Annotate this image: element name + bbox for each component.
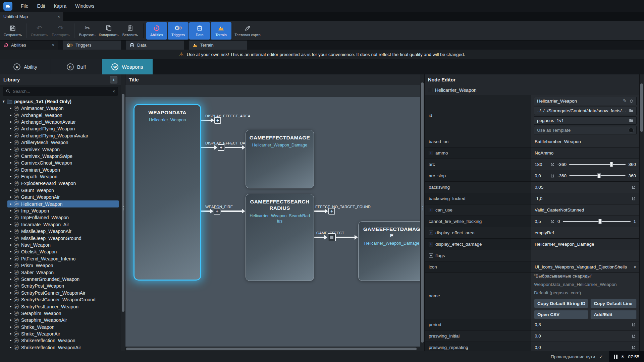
slider-track[interactable] (569, 164, 626, 165)
toolbar-button-paste[interactable]: Вставить (120, 22, 141, 40)
library-item[interactable]: WSaber_Weapon (7, 269, 119, 276)
connector-box[interactable] (328, 233, 336, 241)
library-item[interactable]: WSentryPostGunner_WeaponGround (7, 296, 119, 303)
linkarrow-icon[interactable] (550, 162, 555, 167)
menu-item-windows[interactable]: Windows (71, 2, 99, 10)
panel-tab-triggers[interactable]: ⚙⚙Triggers (63, 41, 121, 50)
library-item[interactable]: WMissileJeep_WeaponGround (7, 235, 119, 241)
toolbar-button-redo[interactable]: ↷Повторить (50, 22, 71, 40)
library-item[interactable]: WArtilleryMech_Weapon (7, 139, 119, 146)
slider-handle[interactable] (610, 162, 613, 167)
library-item[interactable]: WSentryPostLancer_Weapon (7, 303, 119, 310)
library-item[interactable]: WShrikeReflection_Weapon (7, 337, 119, 344)
search-box[interactable]: × (3, 87, 118, 96)
folder-icon[interactable] (629, 118, 634, 123)
toolbar-button-copy[interactable]: Копировать (98, 22, 119, 40)
library-item[interactable]: WSeraphim_Weapon (7, 310, 119, 317)
copy-default-line-button[interactable]: Copy Default Line (590, 299, 637, 308)
connector-box[interactable]: + (214, 117, 221, 124)
library-item[interactable]: WImpEnflamed_Weapon (7, 214, 119, 221)
node-canvas[interactable]: DISPLAY_EFFECT_AREADISPLAY_EFFECT_DAMAGE… (125, 97, 420, 347)
library-item[interactable]: WNavi_Weapon (7, 242, 119, 248)
library-item[interactable]: WDominari_Weapon (7, 167, 119, 173)
graph-node[interactable]: GAMEEFFECTDAMAGEHelicarrier_Weapon_Damag… (358, 221, 420, 281)
toolbar-button-data[interactable]: Data (189, 22, 210, 40)
toolbar-button-save[interactable]: Сохранить (2, 22, 23, 40)
menu-item-edit[interactable]: Edit (33, 2, 50, 10)
id-line[interactable]: ../../../Stormgate/Content/data/snow_fac… (534, 107, 637, 115)
toolbar-button-abilities[interactable]: Abilities (146, 22, 167, 40)
id-line[interactable]: Helicarrier_Weapon✎ (534, 97, 637, 105)
library-item[interactable]: WSeraphim_WeaponAir (7, 317, 119, 323)
linkarrow-icon[interactable] (550, 174, 555, 178)
splitter-handle[interactable]: ⋮ (420, 205, 424, 211)
library-item[interactable]: WObelisk_Weapon (7, 248, 119, 255)
edit-icon[interactable]: ✎ (623, 99, 627, 103)
linkarrow-icon[interactable] (631, 185, 636, 190)
pause-icon[interactable] (614, 355, 618, 359)
canvas-h-scrollbar[interactable] (125, 347, 420, 351)
scrollbar-thumb[interactable] (421, 82, 424, 343)
library-item[interactable]: WCarnivexGhost_Weapon (7, 160, 119, 166)
connector-box[interactable]: + (328, 208, 335, 215)
connector-box[interactable]: + (214, 208, 220, 215)
toggle-icon[interactable] (629, 128, 634, 133)
collapse-icon[interactable]: − (428, 88, 432, 92)
graph-node[interactable]: WEAPONDATAHelicarrier_Weapon (133, 104, 201, 281)
chevron-down-icon[interactable]: ▾ (634, 265, 636, 269)
expand-icon[interactable]: + (429, 253, 433, 258)
canvas-scrollbar[interactable]: ⋮ (420, 74, 425, 351)
library-item[interactable]: WCarnivex_WeaponSwipe (7, 153, 119, 160)
search-input[interactable] (13, 89, 110, 94)
tab-weapons[interactable]: WWeapons (102, 59, 153, 74)
menu-item-карта[interactable]: Карта (50, 2, 71, 10)
tab-ability[interactable]: AAbility (0, 59, 51, 74)
scrollbar-thumb[interactable] (126, 348, 417, 350)
connector-box[interactable]: + (218, 144, 224, 151)
folder-icon[interactable] (629, 108, 634, 113)
library-item[interactable]: WShrikeReflection_WeaponAir (7, 344, 119, 351)
document-tab[interactable]: Untitled Map × (0, 12, 64, 21)
add-button[interactable]: + (110, 76, 117, 83)
library-item[interactable]: WGaunt_Weapon (7, 187, 119, 194)
library-item[interactable]: WPitFiend_Weapon_Inferno (7, 255, 119, 262)
expand-icon[interactable]: + (429, 231, 433, 235)
close-icon[interactable]: × (52, 43, 54, 48)
library-root[interactable]: ▾ pegasus_1v1 (Read Only) (0, 98, 121, 105)
library-item[interactable]: WArchangelFlying_WeaponAvatar (7, 132, 119, 139)
library-item[interactable]: WGaunt_WeaponAir (7, 194, 119, 200)
library-item[interactable]: WPrism_Weapon (7, 262, 119, 269)
library-item[interactable]: WMissileJeep_WeaponAir (7, 228, 119, 235)
toolbar-button-terrain[interactable]: Terrain (211, 22, 231, 40)
library-item[interactable]: WSentryPostGunner_WeaponAir (7, 290, 119, 296)
id-line[interactable]: pegasus_1v1 (534, 116, 637, 125)
close-icon[interactable]: × (57, 14, 60, 19)
library-item[interactable]: WShrike_Weapon (7, 324, 119, 330)
toolbar-button-undo[interactable]: ↶Отменить (29, 22, 50, 40)
library-item[interactable]: WSentryPost_Weapon (7, 283, 119, 289)
node-editor-header-row[interactable]: −Helicarrier_Weapon (425, 85, 639, 95)
library-item[interactable]: WHelicarrier_Weapon (7, 200, 119, 207)
library-item[interactable]: WCarnivex_Weapon (7, 146, 119, 153)
scrollbar-thumb[interactable] (122, 94, 124, 312)
clear-search-icon[interactable]: × (112, 89, 115, 94)
library-item[interactable]: WShrike_WeaponAir (7, 330, 119, 337)
expand-icon[interactable]: + (429, 242, 433, 246)
panel-tab-terrain[interactable]: Terrain (189, 41, 247, 50)
library-item[interactable]: WExploderReward_Weapon (7, 180, 119, 187)
linkarrow-icon[interactable] (631, 345, 636, 350)
splitter-handle[interactable]: ⋮ (121, 205, 125, 211)
slider-track[interactable] (563, 221, 631, 222)
trash-icon[interactable] (629, 99, 634, 103)
app-icon[interactable] (3, 2, 12, 11)
id-line[interactable]: Use as Template (534, 126, 637, 134)
slider-track[interactable] (569, 175, 626, 176)
panel-tab-abilities[interactable]: Abilities× (0, 41, 58, 50)
expand-icon[interactable]: + (429, 151, 433, 155)
toolbar-button-cut[interactable]: ✂Вырезать (77, 22, 98, 40)
graph-node[interactable]: GAMEEFFECTSEARCHRADIUSHelicarrier_Weapon… (246, 194, 314, 281)
expand-icon[interactable]: + (429, 208, 433, 212)
panel-tab-data[interactable]: Data (126, 41, 184, 50)
linkarrow-icon[interactable] (631, 334, 636, 339)
linkarrow-icon[interactable] (631, 322, 636, 327)
